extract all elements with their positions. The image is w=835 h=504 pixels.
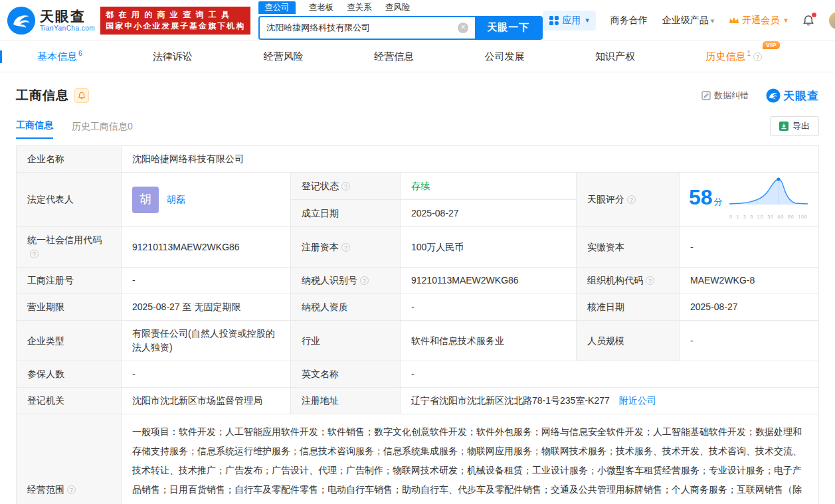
help-icon[interactable] xyxy=(627,195,636,204)
tab-history-label: 历史信息 xyxy=(705,50,745,62)
help-icon[interactable] xyxy=(30,250,39,258)
nav-open-vip[interactable]: 开通会员 xyxy=(729,15,788,27)
top-navigation: 应用 商务合作 企业级产品 开通会员 超级风... xyxy=(543,11,835,31)
slogan-line1: 都 在 用 的 商 业 查 询 工 具 xyxy=(106,9,245,21)
business-scope-value: 一般项目：软件开发；人工智能应用软件开发；软件销售；数字文化创意软件开发；软件外… xyxy=(122,414,819,504)
apps-label: 应用 xyxy=(562,15,581,27)
tab-operating-risk[interactable]: 经营风险 xyxy=(264,50,304,63)
table-row: 企业类型 有限责任公司(自然人投资或控股的法人独资) 行业 软件和信息技术服务业… xyxy=(17,321,819,361)
data-correction-button[interactable]: 数据纠错 xyxy=(701,90,749,102)
nav-enterprise-products[interactable]: 企业级产品 xyxy=(662,15,715,27)
export-button[interactable]: 导出 xyxy=(770,116,819,136)
tianyancha-watermark: 天眼查 xyxy=(766,88,819,104)
help-icon[interactable] xyxy=(67,485,76,494)
user-account[interactable]: 超级风... xyxy=(829,12,835,29)
nav-business-cooperation[interactable]: 商务合作 xyxy=(610,15,648,27)
subtab-business-info[interactable]: 工商信息 xyxy=(16,120,53,139)
tab-operating-info[interactable]: 经营信息 xyxy=(374,50,414,63)
credit-code-label: 统一社会信用代码 xyxy=(27,234,102,245)
table-row: 参保人数 - 英文名称 - xyxy=(17,361,819,388)
clear-search-icon[interactable] xyxy=(458,23,468,33)
approval-date-label: 核准日期 xyxy=(577,294,680,321)
search-input[interactable] xyxy=(260,17,458,39)
tab-company-development[interactable]: 公司发展 xyxy=(484,50,524,63)
brand-name: 天眼查 xyxy=(40,9,95,25)
slogan-line2: 国家中小企业发展子基金旗下机构 xyxy=(106,21,245,32)
reg-status-value: 存续 xyxy=(401,173,577,200)
tab-intellectual-property[interactable]: 知识产权 xyxy=(595,50,635,63)
business-info-table: 企业名称 沈阳哈捷网络科技有限公司 法定代表人 胡 胡磊 登记状态 存续 天眼评… xyxy=(16,145,819,504)
table-row: 营业期限 2025-08-27 至 无固定期限 纳税人资质 - 核准日期 202… xyxy=(17,294,819,321)
notification-bell[interactable] xyxy=(802,15,814,27)
reg-number-value: - xyxy=(122,268,291,294)
legal-rep-name-link[interactable]: 胡磊 xyxy=(167,193,185,207)
tab-basic-info[interactable]: 基本信息6 xyxy=(37,50,82,63)
business-term-value: 2025-08-27 至 无固定期限 xyxy=(122,294,291,321)
legal-rep-avatar[interactable]: 胡 xyxy=(132,187,159,213)
address-value: 辽宁省沈阳市沈北新区沈北路78-1号235室-K277 xyxy=(411,395,610,406)
registry-label: 登记机关 xyxy=(17,388,122,414)
english-name-label: 英文名称 xyxy=(291,361,401,388)
help-icon[interactable] xyxy=(753,52,762,61)
monitor-bell-button[interactable] xyxy=(74,88,89,103)
search-box: 天眼一下 xyxy=(258,16,543,40)
search-tab-company[interactable]: 查公司 xyxy=(258,1,296,14)
staff-size-value: - xyxy=(680,321,819,361)
search-type-tabs: 查公司 查老板 查关系 查风险 xyxy=(258,1,543,14)
tianyancha-logo-icon xyxy=(766,88,781,103)
slogan-badge: 都 在 用 的 商 业 查 询 工 具 国家中小企业发展子基金旗下机构 xyxy=(100,7,250,35)
search-tab-risk[interactable]: 查风险 xyxy=(385,2,411,13)
org-code-label-cell: 组织机构代码 xyxy=(577,268,680,294)
staff-size-label: 人员规模 xyxy=(577,321,680,361)
industry-value: 软件和信息技术服务业 xyxy=(401,321,577,361)
approval-date-value: 2025-08-27 xyxy=(680,294,819,321)
scroll-indicator xyxy=(0,50,2,63)
search-button[interactable]: 天眼一下 xyxy=(475,17,541,39)
tab-legal-proceedings[interactable]: 法律诉讼 xyxy=(153,50,193,63)
user-avatar xyxy=(829,12,835,29)
taxpayer-quality-label: 纳税人资质 xyxy=(291,294,401,321)
paid-capital-value: - xyxy=(680,227,819,268)
established-value: 2025-08-27 xyxy=(401,200,577,227)
score-label: 天眼评分 xyxy=(587,194,624,205)
score-value: 58 xyxy=(689,185,713,209)
search-tab-boss[interactable]: 查老板 xyxy=(309,2,334,13)
business-scope-label-cell: 经营范围 xyxy=(17,414,122,504)
company-name-label: 企业名称 xyxy=(17,146,122,173)
table-row: 法定代表人 胡 胡磊 登记状态 存续 天眼评分 58分 xyxy=(17,173,819,200)
tianyan-score[interactable]: 58分 0 1 3 5 10 30 60 80 100 xyxy=(689,175,809,224)
tab-history-info[interactable]: VIP 历史信息1 xyxy=(705,50,762,63)
tianyancha-logo[interactable]: 天眼查 TianYanCha.com xyxy=(7,6,95,35)
company-type-label: 企业类型 xyxy=(17,321,122,361)
credit-code-value: 91210113MAEW2WKG86 xyxy=(122,227,291,268)
reg-status-label-cell: 登记状态 xyxy=(291,173,401,200)
industry-label: 行业 xyxy=(291,321,401,361)
data-correction-label: 数据纠错 xyxy=(714,90,749,102)
enterprise-label: 企业级产品 xyxy=(662,15,709,25)
brand-text: 天眼查 xyxy=(783,88,819,104)
reg-capital-label: 注册资本 xyxy=(302,242,339,252)
insured-count-label: 参保人数 xyxy=(17,361,122,388)
nearby-companies-link[interactable]: 附近公司 xyxy=(619,395,656,406)
help-icon[interactable] xyxy=(646,276,654,285)
subtab-history-business-info[interactable]: 历史工商信息0 xyxy=(72,121,133,139)
table-row: 工商注册号 - 纳税人识别号 91210113MAEW2WKG86 组织机构代码… xyxy=(17,268,819,294)
help-icon[interactable] xyxy=(341,182,350,191)
search-area: 查公司 查老板 查关系 查风险 天眼一下 xyxy=(258,1,543,40)
insured-count-value: - xyxy=(122,361,291,388)
crown-icon xyxy=(729,17,739,25)
score-label-cell: 天眼评分 xyxy=(577,173,680,227)
table-row: 经营范围 一般项目：软件开发；人工智能应用软件开发；软件销售；数字文化创意软件开… xyxy=(17,414,819,504)
help-icon[interactable] xyxy=(341,243,350,252)
score-distribution-chart: 0 1 3 5 10 30 60 80 100 xyxy=(728,175,809,224)
address-label: 注册地址 xyxy=(291,388,401,414)
apps-menu[interactable]: 应用 xyxy=(543,11,596,31)
tab-basic-label: 基本信息 xyxy=(37,50,77,62)
tianyancha-logo-icon xyxy=(7,6,36,35)
company-section-tabs: 基本信息6 法律诉讼 经营风险 经营信息 公司发展 知识产权 VIP 历史信息1 xyxy=(0,41,835,72)
search-tab-relation[interactable]: 查关系 xyxy=(347,2,372,13)
help-icon[interactable] xyxy=(360,276,369,285)
tab-history-count: 1 xyxy=(747,50,751,57)
section-title: 工商信息 xyxy=(16,87,69,104)
table-row: 企业名称 沈阳哈捷网络科技有限公司 xyxy=(17,146,819,173)
